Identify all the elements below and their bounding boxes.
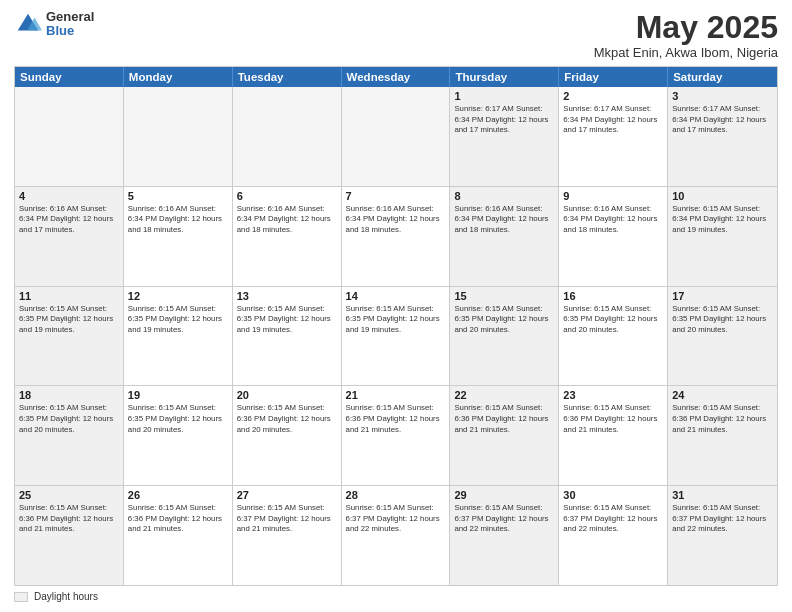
day-info: Sunrise: 6:15 AM Sunset: 6:35 PM Dayligh… (346, 304, 446, 336)
day-number: 30 (563, 489, 663, 501)
day-number: 6 (237, 190, 337, 202)
cal-cell-11: 11Sunrise: 6:15 AM Sunset: 6:35 PM Dayli… (15, 287, 124, 386)
cal-cell-31: 31Sunrise: 6:15 AM Sunset: 6:37 PM Dayli… (668, 486, 777, 585)
cal-cell-2: 2Sunrise: 6:17 AM Sunset: 6:34 PM Daylig… (559, 87, 668, 186)
cal-cell-16: 16Sunrise: 6:15 AM Sunset: 6:35 PM Dayli… (559, 287, 668, 386)
day-number: 26 (128, 489, 228, 501)
cal-cell-26: 26Sunrise: 6:15 AM Sunset: 6:36 PM Dayli… (124, 486, 233, 585)
cal-cell-4: 4Sunrise: 6:16 AM Sunset: 6:34 PM Daylig… (15, 187, 124, 286)
day-info: Sunrise: 6:16 AM Sunset: 6:34 PM Dayligh… (454, 204, 554, 236)
day-info: Sunrise: 6:15 AM Sunset: 6:35 PM Dayligh… (454, 304, 554, 336)
day-number: 29 (454, 489, 554, 501)
header-day-wednesday: Wednesday (342, 67, 451, 87)
page: General Blue May 2025 Mkpat Enin, Akwa I… (0, 0, 792, 612)
week-row-5: 25Sunrise: 6:15 AM Sunset: 6:36 PM Dayli… (15, 486, 777, 585)
cal-cell-9: 9Sunrise: 6:16 AM Sunset: 6:34 PM Daylig… (559, 187, 668, 286)
day-number: 13 (237, 290, 337, 302)
day-number: 7 (346, 190, 446, 202)
day-number: 12 (128, 290, 228, 302)
day-info: Sunrise: 6:16 AM Sunset: 6:34 PM Dayligh… (563, 204, 663, 236)
week-row-3: 11Sunrise: 6:15 AM Sunset: 6:35 PM Dayli… (15, 287, 777, 387)
day-number: 2 (563, 90, 663, 102)
day-number: 24 (672, 389, 773, 401)
day-number: 3 (672, 90, 773, 102)
legend-box (14, 592, 28, 602)
cal-cell-20: 20Sunrise: 6:15 AM Sunset: 6:36 PM Dayli… (233, 386, 342, 485)
day-number: 16 (563, 290, 663, 302)
day-number: 27 (237, 489, 337, 501)
day-number: 19 (128, 389, 228, 401)
cal-cell-14: 14Sunrise: 6:15 AM Sunset: 6:35 PM Dayli… (342, 287, 451, 386)
day-info: Sunrise: 6:17 AM Sunset: 6:34 PM Dayligh… (672, 104, 773, 136)
cal-cell-5: 5Sunrise: 6:16 AM Sunset: 6:34 PM Daylig… (124, 187, 233, 286)
logo-text: General Blue (46, 10, 94, 39)
cal-cell-empty (124, 87, 233, 186)
day-number: 22 (454, 389, 554, 401)
day-info: Sunrise: 6:15 AM Sunset: 6:35 PM Dayligh… (563, 304, 663, 336)
day-info: Sunrise: 6:15 AM Sunset: 6:36 PM Dayligh… (672, 403, 773, 435)
header-day-tuesday: Tuesday (233, 67, 342, 87)
day-number: 8 (454, 190, 554, 202)
day-number: 23 (563, 389, 663, 401)
day-number: 17 (672, 290, 773, 302)
week-row-2: 4Sunrise: 6:16 AM Sunset: 6:34 PM Daylig… (15, 187, 777, 287)
cal-cell-empty (15, 87, 124, 186)
week-row-1: 1Sunrise: 6:17 AM Sunset: 6:34 PM Daylig… (15, 87, 777, 187)
day-number: 10 (672, 190, 773, 202)
day-info: Sunrise: 6:15 AM Sunset: 6:37 PM Dayligh… (237, 503, 337, 535)
calendar-body: 1Sunrise: 6:17 AM Sunset: 6:34 PM Daylig… (15, 87, 777, 585)
day-number: 25 (19, 489, 119, 501)
day-info: Sunrise: 6:15 AM Sunset: 6:36 PM Dayligh… (19, 503, 119, 535)
day-number: 18 (19, 389, 119, 401)
header-day-friday: Friday (559, 67, 668, 87)
calendar: SundayMondayTuesdayWednesdayThursdayFrid… (14, 66, 778, 586)
day-info: Sunrise: 6:15 AM Sunset: 6:35 PM Dayligh… (128, 403, 228, 435)
cal-cell-17: 17Sunrise: 6:15 AM Sunset: 6:35 PM Dayli… (668, 287, 777, 386)
day-info: Sunrise: 6:15 AM Sunset: 6:35 PM Dayligh… (19, 403, 119, 435)
day-info: Sunrise: 6:15 AM Sunset: 6:34 PM Dayligh… (672, 204, 773, 236)
calendar-header: SundayMondayTuesdayWednesdayThursdayFrid… (15, 67, 777, 87)
day-info: Sunrise: 6:16 AM Sunset: 6:34 PM Dayligh… (346, 204, 446, 236)
day-info: Sunrise: 6:15 AM Sunset: 6:35 PM Dayligh… (672, 304, 773, 336)
cal-cell-empty (233, 87, 342, 186)
header: General Blue May 2025 Mkpat Enin, Akwa I… (14, 10, 778, 60)
cal-cell-12: 12Sunrise: 6:15 AM Sunset: 6:35 PM Dayli… (124, 287, 233, 386)
day-info: Sunrise: 6:15 AM Sunset: 6:36 PM Dayligh… (454, 403, 554, 435)
title-block: May 2025 Mkpat Enin, Akwa Ibom, Nigeria (594, 10, 778, 60)
cal-cell-1: 1Sunrise: 6:17 AM Sunset: 6:34 PM Daylig… (450, 87, 559, 186)
day-info: Sunrise: 6:15 AM Sunset: 6:37 PM Dayligh… (454, 503, 554, 535)
logo: General Blue (14, 10, 94, 39)
cal-cell-27: 27Sunrise: 6:15 AM Sunset: 6:37 PM Dayli… (233, 486, 342, 585)
day-number: 9 (563, 190, 663, 202)
day-info: Sunrise: 6:15 AM Sunset: 6:35 PM Dayligh… (19, 304, 119, 336)
day-number: 11 (19, 290, 119, 302)
day-number: 1 (454, 90, 554, 102)
day-info: Sunrise: 6:15 AM Sunset: 6:37 PM Dayligh… (672, 503, 773, 535)
header-day-saturday: Saturday (668, 67, 777, 87)
cal-cell-23: 23Sunrise: 6:15 AM Sunset: 6:36 PM Dayli… (559, 386, 668, 485)
cal-cell-13: 13Sunrise: 6:15 AM Sunset: 6:35 PM Dayli… (233, 287, 342, 386)
cal-cell-21: 21Sunrise: 6:15 AM Sunset: 6:36 PM Dayli… (342, 386, 451, 485)
day-info: Sunrise: 6:15 AM Sunset: 6:36 PM Dayligh… (237, 403, 337, 435)
day-info: Sunrise: 6:15 AM Sunset: 6:35 PM Dayligh… (237, 304, 337, 336)
day-info: Sunrise: 6:16 AM Sunset: 6:34 PM Dayligh… (19, 204, 119, 236)
cal-cell-6: 6Sunrise: 6:16 AM Sunset: 6:34 PM Daylig… (233, 187, 342, 286)
main-title: May 2025 (594, 10, 778, 45)
cal-cell-7: 7Sunrise: 6:16 AM Sunset: 6:34 PM Daylig… (342, 187, 451, 286)
day-info: Sunrise: 6:16 AM Sunset: 6:34 PM Dayligh… (128, 204, 228, 236)
header-day-monday: Monday (124, 67, 233, 87)
cal-cell-29: 29Sunrise: 6:15 AM Sunset: 6:37 PM Dayli… (450, 486, 559, 585)
day-number: 5 (128, 190, 228, 202)
day-number: 21 (346, 389, 446, 401)
cal-cell-18: 18Sunrise: 6:15 AM Sunset: 6:35 PM Dayli… (15, 386, 124, 485)
logo-blue: Blue (46, 24, 94, 38)
day-number: 20 (237, 389, 337, 401)
day-info: Sunrise: 6:15 AM Sunset: 6:36 PM Dayligh… (563, 403, 663, 435)
subtitle: Mkpat Enin, Akwa Ibom, Nigeria (594, 45, 778, 60)
header-day-thursday: Thursday (450, 67, 559, 87)
cal-cell-15: 15Sunrise: 6:15 AM Sunset: 6:35 PM Dayli… (450, 287, 559, 386)
day-info: Sunrise: 6:15 AM Sunset: 6:35 PM Dayligh… (128, 304, 228, 336)
day-info: Sunrise: 6:17 AM Sunset: 6:34 PM Dayligh… (563, 104, 663, 136)
day-info: Sunrise: 6:15 AM Sunset: 6:37 PM Dayligh… (563, 503, 663, 535)
day-number: 4 (19, 190, 119, 202)
